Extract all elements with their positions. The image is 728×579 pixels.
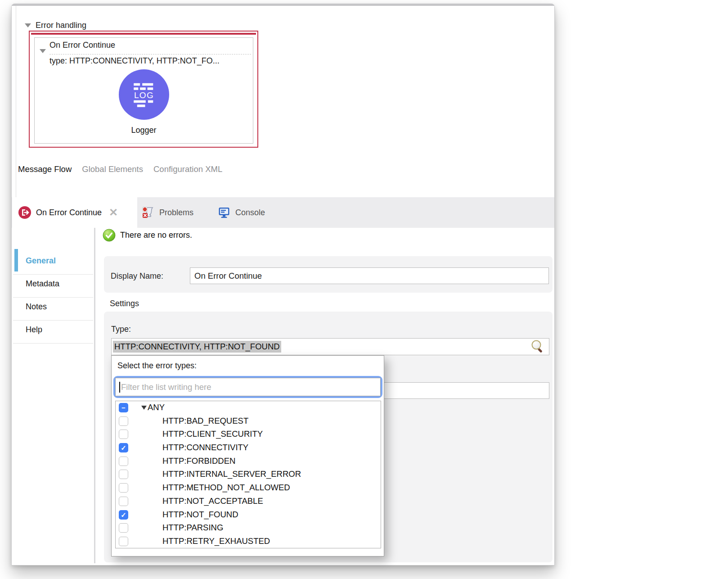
scope-selection-bar <box>31 33 256 35</box>
error-type-label: HTTP:METHOD_NOT_ALLOWED <box>162 483 290 493</box>
canvas-left-border <box>16 6 16 197</box>
on-error-continue-icon <box>18 206 31 219</box>
tab-on-error-continue[interactable]: On Error Continue ✕ <box>12 197 137 228</box>
error-type-label: HTTP:FORBIDDEN <box>162 456 235 466</box>
error-type-row[interactable]: HTTP:CLIENT_SECURITY <box>116 428 381 441</box>
scope-title-divider <box>49 54 251 54</box>
tab-configuration-xml[interactable]: Configuration XML <box>153 164 222 174</box>
checkbox[interactable] <box>119 497 128 506</box>
sidebar-item-general[interactable]: General <box>26 256 56 266</box>
error-type-label: HTTP:NOT_ACCEPTABLE <box>162 496 263 506</box>
success-icon <box>103 229 116 242</box>
console-icon <box>217 206 231 219</box>
type-label: Type: <box>111 325 131 334</box>
tab-global-elements[interactable]: Global Elements <box>82 164 143 174</box>
popup-title: Select the error types: <box>117 361 197 371</box>
type-input[interactable]: HTTP:CONNECTIVITY, HTTP:NOT_FOUND <box>111 338 549 355</box>
scope-collapse-triangle-icon[interactable] <box>40 49 46 53</box>
tab-label: On Error Continue <box>36 208 102 217</box>
error-handling-section[interactable]: Error handling <box>25 21 86 30</box>
expand-triangle-icon[interactable] <box>141 406 147 410</box>
checkbox[interactable]: ✓ <box>119 510 128 520</box>
text-caret <box>119 382 120 393</box>
sidebar-separator <box>13 343 93 344</box>
error-type-row[interactable]: −ANY <box>116 401 381 415</box>
error-type-row[interactable]: HTTP:PARSING <box>116 521 381 535</box>
collapse-triangle-icon[interactable] <box>25 23 31 27</box>
close-icon[interactable]: ✕ <box>109 208 118 217</box>
error-type-label: HTTP:CLIENT_SECURITY <box>162 429 263 439</box>
search-icon[interactable] <box>530 339 545 354</box>
logger-label: Logger <box>35 126 253 135</box>
sidebar-separator <box>13 297 93 298</box>
problems-icon <box>141 206 155 219</box>
checkbox[interactable] <box>119 537 128 546</box>
status-text: There are no errors. <box>120 231 192 240</box>
settings-heading: Settings <box>110 299 139 308</box>
checkbox[interactable]: − <box>119 403 128 412</box>
sidebar-separator <box>13 274 93 275</box>
error-type-row[interactable]: HTTP:METHOD_NOT_ALLOWED <box>116 481 381 495</box>
error-type-row[interactable]: HTTP:BAD_REQUEST <box>116 415 381 428</box>
error-type-row[interactable]: ✓HTTP:NOT_FOUND <box>116 508 381 522</box>
tab-label: Problems <box>159 208 193 217</box>
sidebar-item-notes[interactable]: Notes <box>26 302 47 312</box>
scope-type-subtitle: type: HTTP:CONNECTIVITY, HTTP:NOT_FO... <box>49 56 220 66</box>
scope-body: On Error Continue type: HTTP:CONNECTIVIT… <box>34 37 253 144</box>
logger-icon: LOG <box>127 77 161 112</box>
tab-label: Console <box>235 208 265 217</box>
on-error-continue-scope[interactable]: On Error Continue type: HTTP:CONNECTIVIT… <box>29 31 258 148</box>
display-name-label: Display Name: <box>111 271 163 281</box>
studio-window: Error handling On Error Continue type: H… <box>11 4 555 565</box>
error-type-label: HTTP:PARSING <box>162 523 223 533</box>
error-type-label: HTTP:NOT_FOUND <box>162 510 238 520</box>
sidebar-selection-bar <box>14 249 18 271</box>
tab-console[interactable]: Console <box>217 197 265 228</box>
error-type-label: HTTP:CONNECTIVITY <box>162 443 248 452</box>
scope-title: On Error Continue <box>49 41 115 50</box>
checkbox[interactable] <box>119 523 128 533</box>
checkbox[interactable] <box>119 457 128 466</box>
tab-message-flow[interactable]: Message Flow <box>18 164 72 174</box>
view-tab-strip: On Error Continue ✕ Problems Cons <box>12 197 554 228</box>
logger-component[interactable]: LOG <box>119 69 169 120</box>
checkbox[interactable] <box>119 483 128 493</box>
error-type-row[interactable]: HTTP:RETRY_EXHAUSTED <box>116 535 381 548</box>
error-type-label: HTTP:RETRY_EXHAUSTED <box>162 536 270 546</box>
flow-canvas: Error handling On Error Continue type: H… <box>12 6 554 197</box>
section-label: Error handling <box>36 21 86 30</box>
error-type-label: ANY <box>148 403 165 412</box>
tab-problems[interactable]: Problems <box>141 197 193 228</box>
filter-field-focus-ring <box>113 376 382 398</box>
sidebar-item-help[interactable]: Help <box>26 325 42 335</box>
error-type-label: HTTP:BAD_REQUEST <box>162 416 248 426</box>
error-type-row[interactable]: HTTP:NOT_ACCEPTABLE <box>116 495 381 508</box>
sidebar-separator <box>13 320 93 321</box>
error-type-popup: Select the error types: −ANYHTTP:BAD_REQ… <box>111 355 384 556</box>
checkbox[interactable] <box>119 416 128 426</box>
checkbox[interactable] <box>119 430 128 439</box>
sidebar-divider <box>94 228 95 563</box>
checkbox[interactable] <box>119 470 128 479</box>
error-type-row[interactable]: HTTP:INTERNAL_SERVER_ERROR <box>116 468 381 481</box>
svg-text:LOG: LOG <box>134 90 154 100</box>
error-type-list[interactable]: −ANYHTTP:BAD_REQUESTHTTP:CLIENT_SECURITY… <box>115 401 381 548</box>
display-name-input[interactable] <box>190 267 549 284</box>
checkbox[interactable]: ✓ <box>119 443 128 452</box>
error-type-row[interactable]: ✓HTTP:CONNECTIVITY <box>116 441 381 455</box>
sidebar-item-metadata[interactable]: Metadata <box>26 279 59 289</box>
error-type-label: HTTP:INTERNAL_SERVER_ERROR <box>162 469 301 479</box>
validation-status: There are no errors. <box>103 229 192 242</box>
type-value: HTTP:CONNECTIVITY, HTTP:NOT_FOUND <box>113 341 281 353</box>
filter-input[interactable] <box>115 378 381 396</box>
editor-tab-bar: Message Flow Global Elements Configurati… <box>18 164 222 174</box>
error-type-row[interactable]: HTTP:FORBIDDEN <box>116 455 381 468</box>
